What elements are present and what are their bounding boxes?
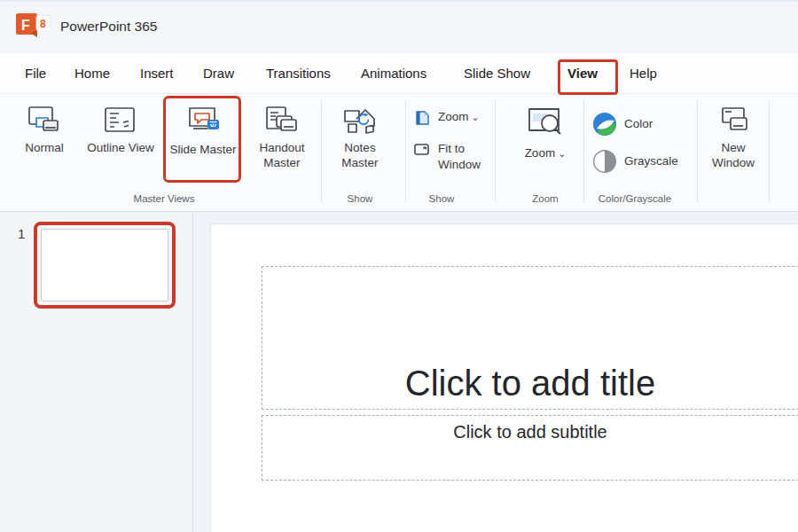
button-label: Handout Master — [248, 140, 316, 171]
zoom-magnifier-icon — [526, 106, 565, 141]
normal-view-icon — [27, 106, 62, 136]
title-bar: F 8 PowerPoint 365 — [0, 0, 798, 53]
group-label-master-views: Master Views — [12, 193, 316, 204]
menu-bar: File Home Insert Draw Transitions Animat… — [0, 53, 798, 93]
outline-view-icon — [103, 106, 138, 136]
fit-to-window-button[interactable]: Fit to Window — [413, 141, 502, 172]
new-window-icon — [716, 106, 751, 136]
slide-thumbnail[interactable] — [41, 229, 168, 301]
chevron-down-icon: ⌄ — [558, 148, 566, 159]
group-separator — [321, 101, 322, 202]
group-separator — [405, 101, 406, 202]
outline-view-button[interactable]: Outline View — [78, 106, 163, 155]
notes-master-icon — [342, 106, 378, 136]
svg-text:8: 8 — [40, 18, 46, 30]
group-separator — [495, 101, 496, 202]
group-label-zoom: Zoom — [511, 193, 580, 204]
zoom-dropdown-button[interactable]: Zoom⌄ — [413, 109, 480, 127]
handout-master-icon — [264, 106, 300, 136]
tab-view[interactable]: View — [567, 53, 598, 93]
button-label: Zoom⌄ — [438, 109, 480, 125]
group-label-show: Show — [326, 193, 394, 204]
window-top-edge — [0, 0, 798, 2]
zoom-book-icon — [413, 109, 431, 127]
button-label: Fit to Window — [438, 141, 493, 172]
zoom-button[interactable]: Zoom⌄ — [511, 106, 580, 160]
tab-help[interactable]: Help — [630, 53, 657, 93]
button-label: Notes Master — [328, 140, 392, 171]
title-placeholder[interactable]: Click to add title — [262, 266, 798, 410]
group-separator — [697, 101, 698, 202]
grayscale-button[interactable]: Grayscale — [592, 149, 678, 174]
group-label-color-grayscale: Color/Grayscale — [587, 193, 683, 204]
tab-transitions[interactable]: Transitions — [266, 53, 331, 93]
group-label-show: Show — [401, 193, 482, 204]
slide-master-button[interactable]: Slide Master — [165, 106, 241, 157]
svg-text:F: F — [21, 18, 30, 33]
normal-view-button[interactable]: Normal — [12, 106, 76, 155]
subtitle-placeholder[interactable]: Click to add subtitle — [262, 415, 798, 481]
new-window-button[interactable]: New Window — [700, 106, 766, 171]
powerpoint-logo-icon: F 8 — [14, 9, 57, 43]
button-label: New Window — [700, 140, 766, 171]
tab-home[interactable]: Home — [74, 53, 110, 93]
tab-slide-show[interactable]: Slide Show — [464, 53, 530, 93]
chevron-down-icon: ⌄ — [472, 112, 480, 122]
title-placeholder-text: Click to add title — [405, 364, 655, 403]
grayscale-icon — [592, 149, 617, 174]
handout-master-button[interactable]: Handout Master — [248, 106, 316, 171]
tab-draw[interactable]: Draw — [203, 53, 234, 93]
notes-master-button[interactable]: Notes Master — [328, 106, 392, 171]
ribbon: Normal Outline View — [0, 93, 798, 212]
tab-insert[interactable]: Insert — [140, 53, 174, 93]
group-separator — [583, 101, 584, 202]
app-title: PowerPoint 365 — [60, 19, 157, 35]
color-icon — [592, 112, 617, 137]
button-label: Outline View — [87, 140, 154, 155]
slide-master-icon — [185, 106, 221, 137]
button-label: Normal — [25, 140, 64, 155]
tab-animations[interactable]: Animations — [361, 53, 426, 93]
tab-file[interactable]: File — [25, 53, 46, 93]
powerpoint-window: F 8 PowerPoint 365 File Home Insert Draw… — [0, 0, 798, 532]
fit-to-window-icon — [413, 141, 431, 157]
subtitle-placeholder-text: Click to add subtitle — [453, 422, 606, 442]
button-label: Color — [624, 116, 653, 132]
color-button[interactable]: Color — [592, 112, 653, 137]
button-label: Grayscale — [624, 153, 678, 169]
group-separator — [769, 101, 770, 202]
button-label: Slide Master — [169, 142, 236, 157]
button-label: Zoom⌄ — [525, 145, 567, 160]
slide-number: 1 — [18, 226, 25, 241]
